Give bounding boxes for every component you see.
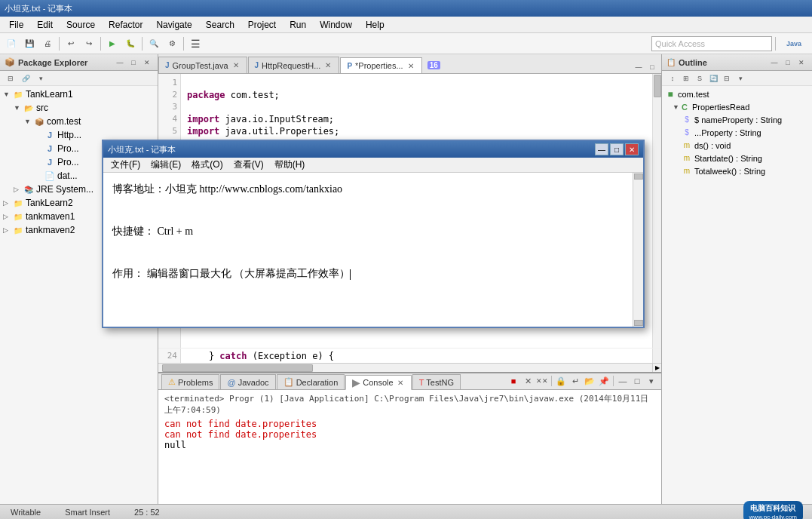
- toolbar-new[interactable]: 📄: [3, 35, 20, 52]
- panel-minimize[interactable]: —: [114, 57, 126, 69]
- outline-nameproperty[interactable]: $ $ nameProperty : String: [662, 113, 812, 126]
- console-view-menu[interactable]: ▾: [645, 374, 658, 388]
- quick-access-box[interactable]: Quick Access: [651, 36, 772, 51]
- notepad-minimize[interactable]: —: [595, 143, 608, 155]
- src-folder-icon: 📂: [23, 102, 35, 114]
- menu-navigate[interactable]: Navigate: [150, 18, 198, 32]
- outline-view-menu[interactable]: ▾: [734, 72, 746, 84]
- console-open-file[interactable]: 📂: [583, 374, 596, 388]
- console-word-wrap[interactable]: ↵: [568, 374, 582, 388]
- outline-nameproperty-label: $ nameProperty : String: [694, 115, 782, 124]
- toolbar-undo[interactable]: ↩: [63, 35, 79, 52]
- notepad-menu-view[interactable]: 查看(V): [229, 157, 268, 173]
- tab-overflow[interactable]: 16: [423, 57, 445, 73]
- toolbar-save[interactable]: 💾: [21, 35, 38, 52]
- outline-totalweek[interactable]: m Totalweek() : String: [662, 164, 812, 177]
- hscroll-arrow-right[interactable]: ▶: [652, 364, 661, 373]
- editor-hscroll[interactable]: ▶: [158, 363, 661, 372]
- tab-javadoc[interactable]: @ Javadoc: [220, 374, 275, 389]
- menu-project[interactable]: Project: [242, 18, 282, 32]
- menu-edit[interactable]: Edit: [31, 18, 59, 32]
- editor-vscroll-thumb: [654, 75, 661, 97]
- tree-arrow-dat: ▷: [35, 172, 44, 180]
- outline-sort[interactable]: ↕: [666, 72, 679, 84]
- editor-minimize[interactable]: —: [633, 61, 645, 73]
- toolbar-run[interactable]: ▶: [104, 35, 121, 52]
- notepad-menu-edit[interactable]: 编辑(E): [146, 157, 185, 173]
- tree-src[interactable]: ▼ 📂 src: [0, 101, 158, 115]
- toolbar-search[interactable]: 🔍: [146, 35, 162, 52]
- toolbar-settings[interactable]: ⚙: [164, 35, 180, 52]
- console-pin[interactable]: 📌: [597, 374, 611, 388]
- editor-vscroll[interactable]: [652, 74, 661, 348]
- tab-console[interactable]: ▶ Console ✕: [345, 375, 411, 390]
- notepad-vscroll[interactable]: [633, 173, 643, 327]
- console-maximize[interactable]: □: [630, 374, 644, 388]
- tab-problems[interactable]: ⚠ Problems: [161, 374, 219, 389]
- outline-close[interactable]: ✕: [795, 57, 807, 69]
- outline-hide-static[interactable]: S: [694, 72, 706, 84]
- toolbar-debug[interactable]: 🐛: [122, 35, 139, 52]
- line-num-3: 3: [158, 101, 177, 113]
- menu-file[interactable]: File: [3, 18, 29, 32]
- tree-tanklearn1[interactable]: ▼ 📁 TankLearn1: [0, 88, 158, 101]
- notepad-menu-format[interactable]: 格式(O): [187, 157, 227, 173]
- console-clear[interactable]: ✕✕: [535, 374, 549, 388]
- tab-properties[interactable]: P *Properties... ✕: [340, 57, 421, 74]
- package-explorer-toolbar: ⊟ 🔗 ▾: [0, 71, 158, 86]
- collapse-all[interactable]: ⊟: [5, 72, 17, 84]
- outline-comtest[interactable]: ■ com.test: [662, 88, 812, 100]
- outline-propertiesread[interactable]: ▼ C PropertiesRead: [662, 100, 812, 113]
- tab-httprequest[interactable]: J HttpRequestH... ✕: [248, 57, 340, 73]
- panel-maximize[interactable]: □: [127, 57, 139, 69]
- outline-property2[interactable]: $ ...Property : String: [662, 126, 812, 139]
- menu-help[interactable]: Help: [360, 18, 391, 32]
- tab-testng[interactable]: T TestNG: [412, 374, 461, 389]
- notepad-text-area[interactable]: 博客地址：小坦克 http://www.cnblogs.com/tankxiao…: [103, 173, 633, 327]
- view-menu[interactable]: ▾: [35, 72, 47, 84]
- toolbar-sep4: [183, 37, 184, 51]
- tab-close-httprequest[interactable]: ✕: [323, 61, 332, 70]
- toolbar-java-perspective[interactable]: Java: [779, 35, 809, 52]
- console-scroll-lock[interactable]: 🔒: [554, 374, 568, 388]
- tab-close-grouptest[interactable]: ✕: [231, 61, 241, 70]
- toolbar-sep1: [59, 37, 60, 51]
- menu-refactor[interactable]: Refactor: [103, 18, 149, 32]
- toolbar-redo[interactable]: ↪: [81, 35, 97, 52]
- link-editor[interactable]: 🔗: [20, 72, 32, 84]
- code-vscroll2[interactable]: [652, 349, 661, 363]
- outline-icon: 📋: [666, 58, 676, 66]
- outline-ds[interactable]: m ds() : void: [662, 139, 812, 152]
- outline-maximize[interactable]: □: [782, 57, 794, 69]
- outline-startdate[interactable]: m Startdate() : String: [662, 152, 812, 164]
- console-content: <terminated> Progr (1) [Java Application…: [158, 390, 661, 511]
- outline-minimize[interactable]: —: [768, 57, 780, 69]
- tab-declaration[interactable]: 📋 Declaration: [277, 374, 345, 389]
- console-minimize[interactable]: —: [616, 374, 630, 388]
- menu-run[interactable]: Run: [283, 18, 312, 32]
- toolbar-print[interactable]: 🖨: [39, 35, 56, 52]
- outline-hide-fields[interactable]: ⊞: [680, 72, 692, 84]
- notepad-menu-file[interactable]: 文件(F): [106, 157, 145, 173]
- code-line-24[interactable]: } catch (Exception e) {: [181, 349, 652, 363]
- tab-grouptest[interactable]: J GroupTest.java ✕: [158, 57, 247, 73]
- menu-source[interactable]: Source: [60, 18, 101, 32]
- editor-maximize[interactable]: □: [646, 61, 658, 73]
- outline-method-icon-2: m: [682, 153, 692, 164]
- tree-label-tankmaven1: tankmaven1: [26, 211, 75, 222]
- toolbar-perspective[interactable]: ☰: [187, 35, 204, 52]
- notepad-close[interactable]: ✕: [625, 143, 639, 155]
- menu-search[interactable]: Search: [200, 18, 241, 32]
- console-stop[interactable]: ■: [507, 374, 520, 388]
- tree-comtest[interactable]: ▼ 📦 com.test: [0, 115, 158, 128]
- tree-label-dat: dat...: [57, 170, 78, 181]
- outline-collapse[interactable]: ⊟: [721, 72, 733, 84]
- outline-sync[interactable]: 🔄: [707, 72, 719, 84]
- notepad-menu-help[interactable]: 帮助(H): [270, 157, 310, 173]
- menu-window[interactable]: Window: [314, 18, 358, 32]
- panel-close[interactable]: ✕: [141, 57, 153, 69]
- tab-close-properties[interactable]: ✕: [406, 61, 415, 70]
- console-remove[interactable]: ✕: [521, 374, 535, 388]
- notepad-maximize[interactable]: □: [610, 143, 624, 155]
- tab-close-console[interactable]: ✕: [396, 378, 405, 387]
